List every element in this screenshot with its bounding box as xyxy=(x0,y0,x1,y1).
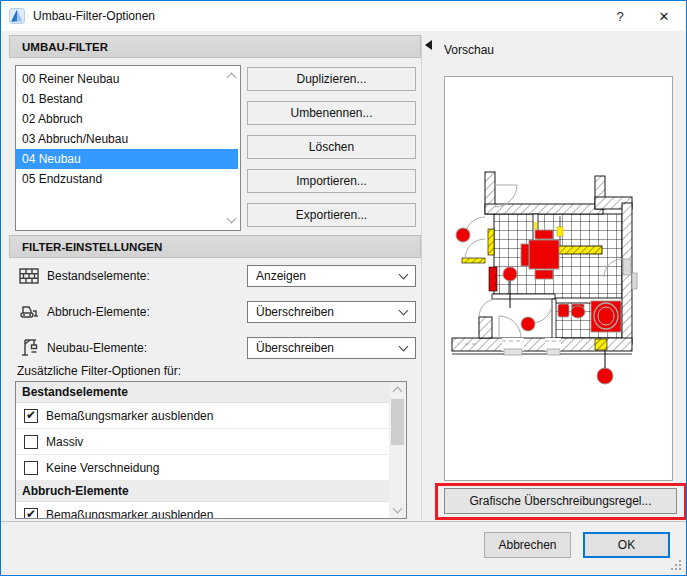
title-bar: Umbau-Filter-Optionen ? ✕ xyxy=(1,1,686,31)
group-header-label: Bestandselemente xyxy=(22,385,128,399)
checkbox[interactable] xyxy=(24,461,38,475)
option-label: Bemaßungsmarker ausblenden xyxy=(46,508,213,520)
abbruch-elemente-label: Abbruch-Elemente: xyxy=(47,300,150,324)
cancel-button[interactable]: Abbrechen xyxy=(484,532,571,558)
filter-item[interactable]: 03 Abbruch/Neubau xyxy=(16,129,238,149)
option-group-header: Abbruch-Elemente xyxy=(16,481,391,502)
bestandselemente-dropdown-value: Anzeigen xyxy=(256,269,400,283)
option-label: Bemaßungsmarker ausblenden xyxy=(46,409,213,423)
resize-grip[interactable] xyxy=(670,559,682,571)
neubau-elemente-dropdown-value: Überschreiben xyxy=(256,341,400,355)
checkbox[interactable] xyxy=(24,508,38,520)
extra-options-label: Zusätzliche Filter-Optionen für: xyxy=(17,364,181,378)
filter-item[interactable]: 02 Abbruch xyxy=(16,109,238,129)
close-button[interactable]: ✕ xyxy=(642,1,686,31)
scroll-down-icon[interactable] xyxy=(393,504,403,514)
preview-label: Vorschau xyxy=(444,43,494,57)
neubau-elemente-label: Neubau-Elemente: xyxy=(47,336,147,360)
abbruch-elemente-dropdown[interactable]: Überschreiben xyxy=(247,301,416,323)
filter-item[interactable]: 01 Bestand xyxy=(16,89,238,109)
option-group-header: Bestandselemente xyxy=(16,382,391,403)
export-button[interactable]: Exportieren... xyxy=(247,203,416,227)
option-label: Massiv xyxy=(46,435,83,449)
filter-item-selected[interactable]: 04 Neubau xyxy=(16,149,238,169)
chevron-down-icon xyxy=(399,306,409,316)
filter-item[interactable]: 00 Reiner Neubau xyxy=(16,69,238,89)
umbau-filter-header-label: UMBAU-FILTER xyxy=(22,41,108,53)
delete-button[interactable]: Löschen xyxy=(247,135,416,159)
extra-options-list: Bestandselemente Bemaßungsmarker ausblen… xyxy=(15,381,407,519)
import-button[interactable]: Importieren... xyxy=(247,169,416,193)
umbau-filter-optionen-dialog: Umbau-Filter-Optionen ? ✕ UMBAU-FILTER 0… xyxy=(0,0,687,576)
option-row[interactable]: Bemaßungsmarker ausblenden xyxy=(16,403,391,429)
scroll-down-icon[interactable] xyxy=(227,214,237,224)
filter-einstellungen-header-label: FILTER-EINSTELLUNGEN xyxy=(22,241,162,253)
preview-box xyxy=(444,76,673,481)
bestandselemente-label: Bestandselemente: xyxy=(47,264,150,288)
crane-icon xyxy=(17,336,41,360)
scroll-up-icon[interactable] xyxy=(393,387,403,397)
archicad-app-icon xyxy=(9,8,25,24)
neubau-elemente-dropdown[interactable]: Überschreiben xyxy=(247,337,416,359)
filter-einstellungen-section-header: FILTER-EINSTELLUNGEN xyxy=(9,235,421,258)
window-title: Umbau-Filter-Optionen xyxy=(33,9,155,23)
option-row[interactable]: Bemaßungsmarker ausblenden xyxy=(16,502,391,519)
panel-divider xyxy=(421,35,422,519)
option-row[interactable]: Massiv xyxy=(16,429,391,455)
bricks-icon xyxy=(17,264,41,288)
help-button[interactable]: ? xyxy=(598,1,642,31)
duplicate-button[interactable]: Duplizieren... xyxy=(247,67,416,91)
bulldozer-icon xyxy=(17,300,41,324)
option-label: Keine Verschneidung xyxy=(46,461,159,475)
chevron-down-icon xyxy=(399,342,409,352)
checkbox[interactable] xyxy=(24,435,38,449)
option-row[interactable]: Keine Verschneidung xyxy=(16,455,391,481)
checkbox[interactable] xyxy=(24,409,38,423)
chevron-down-icon xyxy=(399,270,409,280)
options-scrollbar[interactable] xyxy=(389,382,406,518)
preview-floor-plan xyxy=(445,77,672,480)
rename-button[interactable]: Umbenennen... xyxy=(247,101,416,125)
group-header-label: Abbruch-Elemente xyxy=(22,484,129,498)
footer-divider xyxy=(1,521,687,522)
collapse-panel-icon[interactable] xyxy=(425,40,432,50)
filter-list[interactable]: 00 Reiner Neubau 01 Bestand 02 Abbruch 0… xyxy=(15,65,241,231)
abbruch-elemente-dropdown-value: Überschreiben xyxy=(256,305,400,319)
umbau-filter-section-header: UMBAU-FILTER xyxy=(9,35,421,58)
ok-button[interactable]: OK xyxy=(583,532,670,558)
graphic-override-rule-button[interactable]: Grafische Überschreibungsregel... xyxy=(444,488,677,514)
filter-item[interactable]: 05 Endzustand xyxy=(16,169,238,189)
scrollbar-thumb[interactable] xyxy=(391,399,404,445)
bestandselemente-dropdown[interactable]: Anzeigen xyxy=(247,265,416,287)
